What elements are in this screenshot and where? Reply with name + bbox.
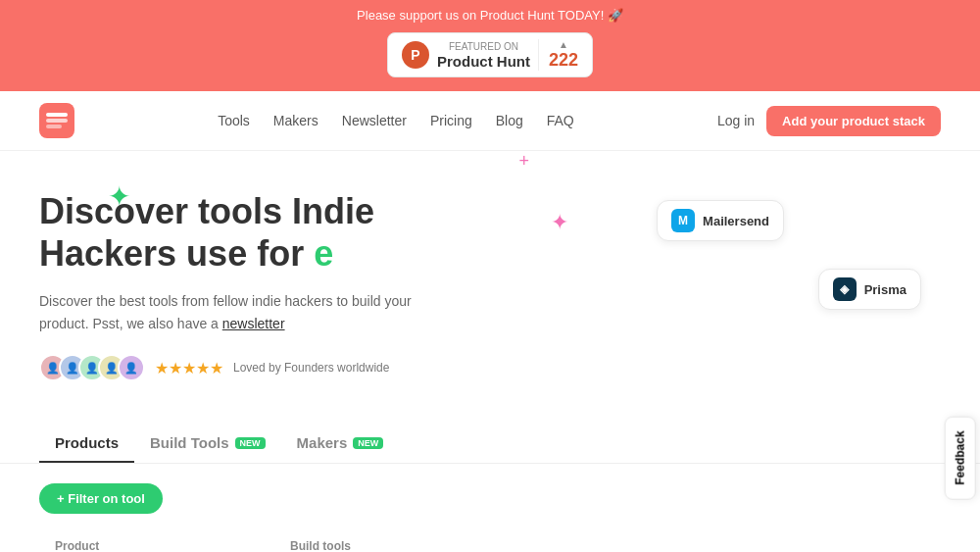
sparkle-pink-icon: + xyxy=(518,151,529,172)
nav-actions: Log in Add your product stack xyxy=(717,106,941,136)
banner-text: Please support us on Product Hunt TODAY!… xyxy=(357,8,623,23)
svg-rect-3 xyxy=(46,125,62,128)
sparkle-pink2-icon: ✦ xyxy=(551,210,568,235)
ph-icon: P xyxy=(402,41,429,69)
navbar: Tools Makers Newsletter Pricing Blog FAQ… xyxy=(0,91,980,151)
filter-button[interactable]: + Filter on tool xyxy=(39,483,163,514)
mailersend-icon: M xyxy=(671,209,695,232)
tab-products[interactable]: Products xyxy=(39,425,134,463)
hero-headline-p1: Discover tools Indie xyxy=(39,191,374,231)
hero-headline-p2: Hackers use for xyxy=(39,233,314,274)
makers-badge: NEW xyxy=(353,437,383,449)
tabs: Products Build Tools NEW Makers NEW xyxy=(39,425,941,463)
mailersend-badge: M Mailersend xyxy=(657,200,784,241)
prisma-label: Prisma xyxy=(864,282,906,297)
ph-badge-count: ▲ 222 xyxy=(538,39,578,71)
mailersend-label: Mailersend xyxy=(703,214,769,228)
nav-tools[interactable]: Tools xyxy=(218,113,250,128)
build-tools-badge: NEW xyxy=(235,437,266,449)
nav-links: Tools Makers Newsletter Pricing Blog FAQ xyxy=(218,113,574,128)
prisma-icon: ◈ xyxy=(833,277,857,301)
ph-badge-name: Product Hunt xyxy=(437,53,530,70)
sparkle-green-icon: ✦ xyxy=(108,180,130,213)
prisma-badge: ◈ Prisma xyxy=(818,269,921,310)
svg-rect-2 xyxy=(46,119,68,123)
tabs-area: Products Build Tools NEW Makers NEW xyxy=(0,401,980,464)
col-build-tools: Build tools xyxy=(290,539,925,552)
top-banner: Please support us on Product Hunt TODAY!… xyxy=(0,0,980,91)
hero-headline-accent: e xyxy=(314,233,333,274)
col-product: Product xyxy=(55,539,290,552)
ph-badge-featured: FEATURED ON xyxy=(437,41,530,53)
nav-faq[interactable]: FAQ xyxy=(547,113,574,128)
feedback-button[interactable]: Feedback xyxy=(944,416,975,499)
stars-label: Loved by Founders worldwide xyxy=(233,361,389,375)
nav-makers[interactable]: Makers xyxy=(273,113,318,128)
nav-pricing[interactable]: Pricing xyxy=(430,113,472,128)
nav-newsletter[interactable]: Newsletter xyxy=(342,113,407,128)
tab-build-tools[interactable]: Build Tools NEW xyxy=(134,425,281,463)
star-rating: ★★★★★ xyxy=(155,359,223,377)
add-product-button[interactable]: Add your product stack xyxy=(766,106,941,136)
newsletter-link[interactable]: newsletter xyxy=(222,316,285,331)
table-header: Product Build tools xyxy=(39,533,941,552)
nav-blog[interactable]: Blog xyxy=(496,113,523,128)
stars-row: 👤 👤 👤 👤 👤 ★★★★★ Loved by Founders worldw… xyxy=(39,354,843,381)
filter-area: + Filter on tool xyxy=(0,464,980,533)
table-area: Product Build tools Featured ✍️ RewriteB… xyxy=(0,533,980,552)
product-hunt-badge[interactable]: P FEATURED ON Product Hunt ▲ 222 xyxy=(387,32,593,77)
svg-rect-1 xyxy=(46,113,68,117)
hero-section: ✦ + ✦ Discover tools Indie Hackers use f… xyxy=(0,151,882,401)
logo[interactable] xyxy=(39,103,74,138)
tab-makers[interactable]: Makers NEW xyxy=(281,425,400,463)
avatar-5: 👤 xyxy=(118,354,145,381)
avatars: 👤 👤 👤 👤 👤 xyxy=(39,354,145,381)
hero-subtext: Discover the best tools from fellow indi… xyxy=(39,290,412,334)
login-button[interactable]: Log in xyxy=(717,113,755,128)
